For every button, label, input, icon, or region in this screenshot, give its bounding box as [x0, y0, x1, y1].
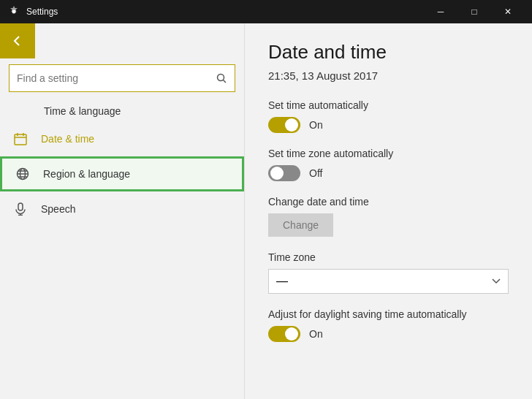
toggle-thumb — [285, 118, 298, 132]
svg-rect-3 — [15, 134, 26, 145]
set-time-auto-row: Set time automatically On — [268, 99, 509, 133]
timezone-label: Time zone — [268, 251, 509, 263]
maximize-button[interactable]: □ — [457, 0, 491, 23]
main-content: Time & language Date & time — [0, 23, 532, 399]
search-input[interactable] — [10, 72, 208, 84]
change-date-row: Change date and time Change — [268, 196, 509, 237]
sidebar: Time & language Date & time — [0, 23, 245, 399]
minimize-button[interactable]: ─ — [424, 0, 457, 23]
date-time-label: Date & time — [41, 133, 94, 145]
toggle-thumb-dst — [285, 327, 298, 341]
back-button[interactable] — [0, 23, 35, 58]
set-timezone-auto-toggle[interactable] — [268, 165, 300, 181]
titlebar-controls: ─ □ ✕ — [424, 0, 525, 23]
set-time-auto-toggle[interactable] — [268, 117, 300, 133]
date-time-icon — [12, 130, 29, 148]
chevron-down-icon — [492, 278, 501, 284]
current-datetime: 21:35, 13 August 2017 — [268, 69, 509, 82]
set-time-auto-label: Set time automatically — [268, 99, 509, 111]
speech-label: Speech — [41, 203, 75, 215]
titlebar-left: Settings — [7, 5, 58, 18]
svg-point-1 — [218, 75, 224, 81]
sidebar-item-speech[interactable]: Speech — [0, 191, 244, 227]
svg-line-2 — [224, 80, 227, 83]
toggle-thumb-tz — [270, 167, 284, 180]
daylight-toggle-row: On — [268, 326, 509, 342]
set-timezone-auto-label: Set time zone automatically — [268, 148, 509, 159]
set-time-auto-value: On — [309, 119, 323, 131]
settings-window: Settings ─ □ ✕ — [0, 0, 532, 399]
daylight-saving-row: Adjust for daylight saving time automati… — [268, 308, 509, 342]
set-time-auto-toggle-row: On — [268, 117, 509, 133]
search-icon[interactable] — [208, 65, 235, 91]
svg-rect-12 — [18, 203, 23, 210]
search-box[interactable] — [9, 64, 235, 92]
close-button[interactable]: ✕ — [491, 0, 525, 23]
speech-icon — [12, 200, 29, 218]
timezone-value: — — [276, 275, 288, 288]
titlebar-title: Settings — [26, 7, 58, 17]
sidebar-item-date-time[interactable]: Date & time — [0, 121, 244, 156]
daylight-saving-value: On — [309, 328, 323, 340]
timezone-dropdown[interactable]: — — [268, 269, 509, 294]
settings-app-icon — [7, 5, 20, 18]
right-panel: Date and time 21:35, 13 August 2017 Set … — [245, 23, 532, 399]
region-language-label: Region & language — [43, 168, 130, 180]
section-header: Time & language — [0, 101, 244, 121]
set-timezone-auto-toggle-row: Off — [268, 165, 509, 181]
set-timezone-auto-row: Set time zone automatically Off — [268, 148, 509, 181]
change-date-label: Change date and time — [268, 196, 509, 208]
titlebar: Settings ─ □ ✕ — [0, 0, 532, 23]
region-language-icon — [14, 165, 31, 183]
daylight-saving-toggle[interactable] — [268, 326, 300, 342]
change-button[interactable]: Change — [268, 213, 333, 237]
sidebar-item-region-language[interactable]: Region & language — [0, 156, 244, 191]
timezone-row: Time zone — — [268, 251, 509, 294]
set-timezone-auto-value: Off — [309, 167, 322, 179]
page-title: Date and time — [268, 41, 509, 64]
daylight-saving-label: Adjust for daylight saving time automati… — [268, 308, 509, 320]
